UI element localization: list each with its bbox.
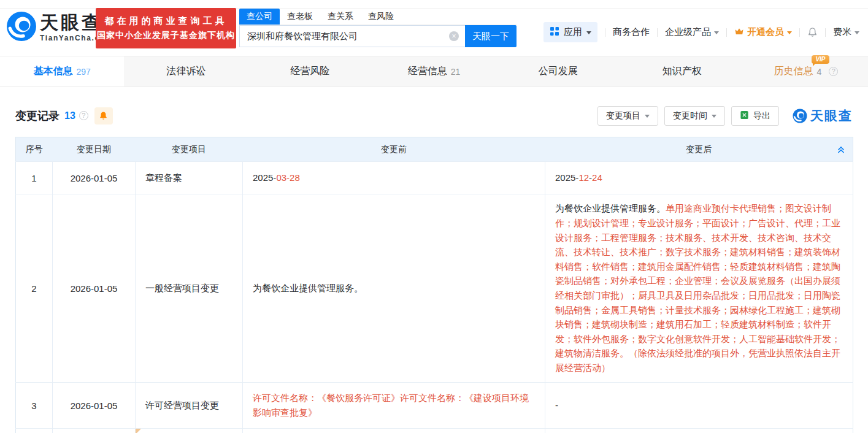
user-menu[interactable]: 费米 (833, 26, 859, 38)
nav-enterprise-products[interactable]: 企业级产品 (665, 26, 719, 38)
slogan-line2: 国家中小企业发展子基金旗下机构 (97, 30, 235, 41)
tab-3[interactable]: 经营风险 (248, 56, 372, 86)
cell-item (136, 429, 243, 433)
cell-text: 1 (31, 173, 36, 183)
tab-label: 公司发展 (539, 66, 578, 76)
column-header: 变更日期 (53, 137, 136, 162)
chevron-down-icon (714, 31, 719, 34)
chevron-down-icon (855, 31, 859, 34)
collapse-icon[interactable] (837, 145, 845, 154)
cell-text: 一般经营项目变更 (145, 283, 219, 293)
cell-no: 3 (16, 383, 53, 429)
tab-6[interactable]: 知识产权 (620, 56, 744, 86)
cell-item: 一般经营项目变更 (136, 194, 243, 383)
cell-date: 2026-01-05 (53, 194, 136, 383)
tab-1[interactable]: 基本信息297 (0, 56, 124, 86)
cell-date (53, 429, 136, 433)
cell-before: 许可文件名称：《餐饮服务许可证》许可文件名称：《建设项目环境影响审查批复》 (243, 383, 545, 429)
export-button[interactable]: 导出 (731, 106, 779, 126)
filter-change-item-button[interactable]: 变更项目 (597, 106, 658, 126)
cell-before (243, 429, 545, 433)
notifications-bell[interactable] (807, 27, 818, 37)
section-head: 变更记录 13 ? 变更项目 变更时间 导出 (15, 105, 853, 126)
chevron-down-icon (712, 115, 716, 118)
membership-label: 开通会员 (747, 26, 784, 38)
divider (605, 28, 605, 37)
table-row: 22026-01-05一般经营项目变更为餐饮企业提供管理服务。为餐饮企业提供管理… (16, 194, 853, 383)
divider (657, 28, 658, 37)
chevron-down-icon (787, 31, 792, 34)
cell-no: 1 (16, 162, 53, 194)
change-records-table: 序号变更日期变更项目变更前变更后 12026-01-05章程备案2025-03-… (15, 137, 853, 433)
nav-open-membership[interactable]: 开通会员 (734, 26, 792, 38)
search-area: 查公司查老板查关系查风险 × 天眼一下 (239, 9, 517, 47)
cell-no (16, 429, 53, 433)
tianyancha-swirl-icon (793, 109, 807, 123)
tab-label: 历史信息 (774, 66, 813, 76)
tab-7[interactable]: 历史信息VIP4? (744, 56, 868, 86)
apps-menu[interactable]: 应用 (543, 22, 597, 42)
section-title: 变更记录 (15, 109, 60, 123)
tab-2[interactable]: 法律诉讼 (124, 56, 248, 86)
tab-count: 4 (817, 67, 822, 77)
table-body: 12026-01-05章程备案2025-03-282025-12-2422026… (16, 162, 853, 433)
filter-change-time-button[interactable]: 变更时间 (664, 106, 725, 126)
cell-before: 为餐饮企业提供管理服务。 (243, 194, 545, 383)
slogan-line1: 都在用的商业查询工具 (105, 15, 228, 27)
divider (825, 28, 826, 37)
cell-text: 2026-01-05 (71, 173, 118, 183)
vip-badge: VIP (812, 55, 829, 64)
monitor-bell-button[interactable] (94, 107, 113, 125)
watermark-logo: 天眼查 (793, 107, 853, 125)
username: 费米 (833, 26, 851, 38)
tab-label: 知识产权 (663, 66, 702, 76)
search-tabs: 查公司查老板查关系查风险 (239, 9, 517, 25)
filter-change-time-label: 变更时间 (673, 110, 707, 121)
tab-5[interactable]: 公司发展 (496, 56, 620, 86)
filter-change-item-label: 变更项目 (606, 110, 640, 121)
cell-text: 2026-01-05 (71, 283, 118, 294)
apps-label: 应用 (564, 26, 582, 38)
section-actions: 变更项目 变更时间 导出 天眼查 (597, 106, 853, 126)
changed-text: 单用途商业预付卡代理销售；图文设计制作；规划设计管理；专业设计服务；平面设计；广… (555, 203, 840, 373)
cell-text: 3 (31, 400, 36, 411)
cell-text: 2025- (253, 172, 276, 183)
excel-icon (740, 110, 749, 121)
cell-after (545, 429, 853, 433)
search-input[interactable] (240, 31, 465, 42)
tab-label: 经营信息 (408, 66, 447, 76)
cell-text: 2026-01-05 (71, 400, 118, 411)
search-tab-1[interactable]: 查公司 (239, 9, 280, 25)
enterprise-label: 企业级产品 (665, 26, 711, 38)
slogan-banner: 都在用的商业查询工具 国家中小企业发展子基金旗下机构 (96, 8, 236, 48)
apps-grid-icon (550, 26, 559, 38)
tab-count: 297 (76, 67, 90, 77)
nav-business-cooperation[interactable]: 商务合作 (613, 26, 650, 38)
help-icon[interactable]: ? (829, 67, 838, 76)
clear-icon[interactable]: × (449, 31, 459, 41)
search-tab-3[interactable]: 查关系 (320, 9, 361, 25)
search-tab-2[interactable]: 查老板 (280, 9, 320, 25)
column-header: 变更后 (545, 137, 853, 162)
cell-text: 许可经营项目变更 (145, 400, 219, 410)
chevron-down-icon (586, 31, 591, 34)
divider (799, 28, 800, 37)
section-count: 13 (64, 110, 75, 121)
cell-text: 2 (31, 283, 36, 294)
column-header: 变更项目 (136, 137, 243, 162)
cell-text: 为餐饮企业提供管理服务。 (555, 203, 666, 213)
tab-4[interactable]: 经营信息21 (372, 56, 496, 86)
main-tabs: 基本信息297法律诉讼经营风险经营信息21公司发展知识产权历史信息VIP4? (0, 56, 868, 87)
tianyancha-swirl-icon (6, 11, 37, 44)
tab-label: 法律诉讼 (166, 66, 205, 76)
cell-text: 2025- (555, 172, 578, 183)
search-button[interactable]: 天眼一下 (465, 25, 517, 47)
cell-no: 2 (16, 194, 53, 383)
cell-date: 2026-01-05 (53, 162, 136, 194)
search-tab-4[interactable]: 查风险 (361, 9, 401, 25)
table-row: 32026-01-05许可经营项目变更许可文件名称：《餐饮服务许可证》许可文件名… (16, 383, 853, 429)
cell-item: 章程备案 (136, 162, 243, 194)
cell-after: 为餐饮企业提供管理服务。单用途商业预付卡代理销售；图文设计制作；规划设计管理；专… (545, 194, 853, 383)
cell-before: 2025-03-28 (243, 162, 545, 194)
help-icon[interactable]: ? (79, 111, 88, 120)
